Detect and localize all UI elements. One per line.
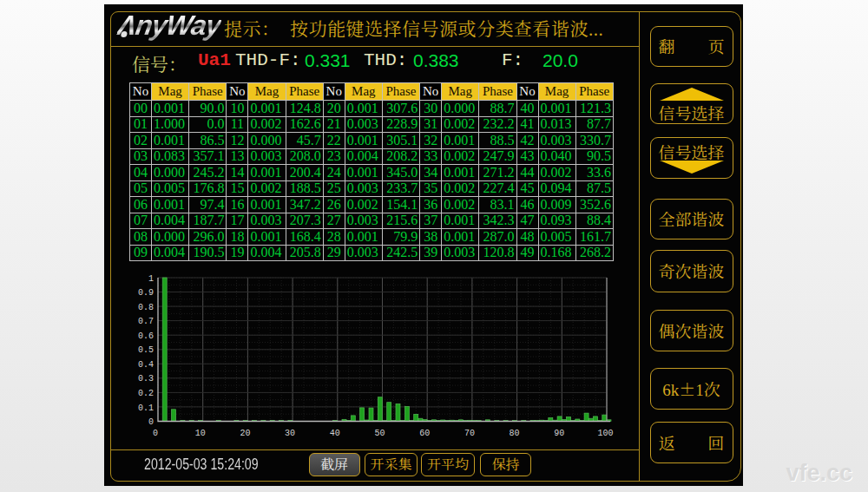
- svg-text:0.1: 0.1: [138, 403, 154, 413]
- svg-text:80: 80: [510, 429, 520, 438]
- svg-text:0.2: 0.2: [138, 389, 154, 398]
- svg-text:0: 0: [153, 429, 158, 438]
- svg-text:1: 1: [148, 274, 154, 284]
- svg-text:0.4: 0.4: [138, 360, 154, 370]
- svg-text:100: 100: [597, 429, 613, 438]
- svg-text:20: 20: [240, 429, 250, 438]
- svg-text:50: 50: [374, 429, 385, 438]
- svg-text:0: 0: [148, 417, 154, 427]
- svg-text:0.6: 0.6: [138, 331, 154, 341]
- svg-text:70: 70: [464, 429, 475, 438]
- svg-text:0.9: 0.9: [138, 288, 154, 298]
- svg-text:0.3: 0.3: [138, 374, 154, 384]
- svg-text:40: 40: [330, 429, 340, 438]
- svg-text:30: 30: [285, 429, 295, 438]
- svg-text:60: 60: [419, 429, 430, 438]
- svg-text:10: 10: [195, 429, 206, 438]
- svg-text:0.8: 0.8: [138, 303, 154, 312]
- svg-text:0.7: 0.7: [138, 317, 154, 326]
- svg-text:0.5: 0.5: [138, 345, 154, 355]
- svg-text:90: 90: [554, 429, 564, 438]
